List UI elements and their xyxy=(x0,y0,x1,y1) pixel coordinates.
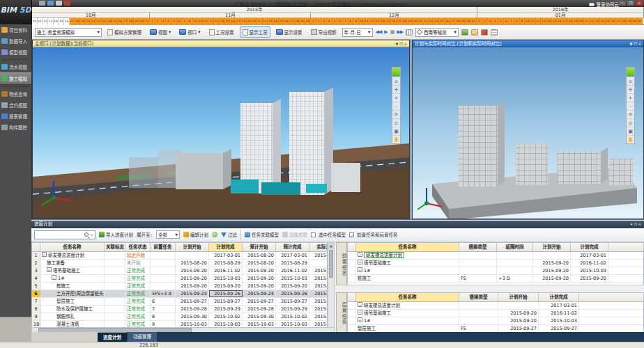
timeline-day-cell[interactable]: 23 xyxy=(268,18,273,25)
task-name-editor[interactable]: 研发楼总进度计划 xyxy=(364,252,404,258)
vertical-scrollbar[interactable]: ▲ xyxy=(328,242,335,337)
timeline-day-cell[interactable]: 24 xyxy=(107,18,113,25)
timeline-day-cell[interactable]: 23 xyxy=(102,18,107,25)
viewport-tool-icon[interactable]: ✋ xyxy=(627,135,634,143)
minimize-button[interactable]: ─ xyxy=(619,1,626,6)
timeline-day-cell[interactable]: 5 xyxy=(332,18,338,25)
column-header[interactable]: 计划完成 xyxy=(209,243,243,251)
task-row[interactable]: −研发楼总进度计划2017-03-01 xyxy=(348,252,643,260)
timeline-day-cell[interactable]: 14 xyxy=(54,18,59,25)
task-table[interactable]: 任务名称关联标志任务状态前置任务计划开始计划完成预计开始预计完成实际开始1−研发… xyxy=(31,242,328,337)
task-row[interactable]: 1−研发楼总进度计划延迟开始2017-03-012015-08-202017-0… xyxy=(32,252,327,260)
sidebar-item-flow-view[interactable]: 流水视图 xyxy=(0,61,31,72)
column-header[interactable]: 前置任务 xyxy=(151,243,176,251)
tab-inactive[interactable]: 动画管理 xyxy=(128,332,157,342)
scroll-up-icon[interactable]: ▲ xyxy=(328,243,334,249)
show-work-condition-button[interactable]: 显示工况 xyxy=(240,26,270,38)
timeline-day-row[interactable]: 1011121314151617181920212223242526272829… xyxy=(32,18,644,25)
flag-icon[interactable] xyxy=(64,1,70,6)
timeline-day-cell[interactable]: 22 xyxy=(263,18,268,25)
timeline-day-cell[interactable]: 14 xyxy=(220,18,225,25)
viewport-tool-icon[interactable]: ✛ xyxy=(627,85,634,93)
measure-bar-icon[interactable] xyxy=(471,29,478,35)
timeline-day-cell[interactable]: 15 xyxy=(552,18,558,25)
menu-icon[interactable] xyxy=(39,1,45,6)
float-icon[interactable]: ❐ xyxy=(634,40,636,47)
viewport-tool-icon[interactable]: ▣ xyxy=(392,127,400,135)
timeline-day-cell[interactable]: 12 xyxy=(369,18,375,25)
collapse-icon[interactable]: − xyxy=(52,275,56,280)
timeline-day-cell[interactable]: 30 xyxy=(466,18,472,25)
timeline-day-cell[interactable]: 29 xyxy=(627,18,632,25)
pin-icon[interactable]: ▾ xyxy=(631,221,633,228)
timeline-day-cell[interactable]: 26 xyxy=(118,18,123,25)
timeline-day-cell[interactable]: 3 xyxy=(487,18,493,25)
viewport-tool-icon[interactable]: ⌂ xyxy=(392,77,400,85)
column-header[interactable]: 计划完成 xyxy=(571,243,608,251)
timeline-day-cell[interactable]: 19 xyxy=(407,18,413,25)
successor-table[interactable]: 任务名称搭接类型计划开始计划完成−研发楼总进度计划2017-03-01−塔吊基础… xyxy=(347,292,644,333)
task-row[interactable]: 5桩施工正常完成2015-09-202015-09-202015-09-2020… xyxy=(32,283,327,290)
pin-icon[interactable]: ▼ xyxy=(395,40,398,47)
collapse-icon[interactable]: − xyxy=(47,267,52,272)
timeline-day-cell[interactable]: 26 xyxy=(611,18,616,25)
timeline-day-cell[interactable]: 9 xyxy=(193,18,199,25)
collapse-icon[interactable]: − xyxy=(42,252,47,257)
timeline-day-cell[interactable]: 5 xyxy=(171,18,177,25)
timeline-day-cell[interactable]: 1 xyxy=(311,18,316,25)
collapse-icon[interactable]: − xyxy=(358,252,362,257)
viewport-tool-strip[interactable]: ⌂✛+-⟳◎▣✋ xyxy=(626,67,635,144)
sidebar-item-component-track[interactable]: 构件跟踪 xyxy=(0,122,31,133)
collapse-icon[interactable]: − xyxy=(358,260,362,264)
timeline-day-cell[interactable]: 25 xyxy=(112,18,118,25)
timeline-day-cell[interactable]: 22 xyxy=(423,18,429,25)
column-header[interactable] xyxy=(32,243,40,251)
task-row[interactable]: −1#2015-09-202015-10-03 xyxy=(348,317,643,325)
viewport-tool-icon[interactable]: ▣ xyxy=(627,127,634,135)
date-granularity-combo[interactable]: 年-月-日▼ xyxy=(342,28,373,37)
timeline-day-cell[interactable]: 11 xyxy=(365,18,370,25)
timeline-day-cell[interactable]: 30 xyxy=(632,18,638,25)
main-3d-scene[interactable]: ⌂✛+-⟳◎▣✋ xyxy=(33,47,409,219)
viewport-tool-icon[interactable]: ✛ xyxy=(392,85,400,93)
column-header[interactable]: 任务名称 xyxy=(356,293,459,301)
timeline-day-cell[interactable]: 1 xyxy=(150,18,155,25)
timeline-day-cell[interactable]: 31 xyxy=(144,18,150,25)
timeline-day-cell[interactable]: 18 xyxy=(568,18,574,25)
save-icon[interactable] xyxy=(47,1,54,6)
column-header[interactable]: 关联标志 xyxy=(105,243,125,251)
viewport-tool-icon[interactable]: + xyxy=(392,93,400,102)
timeline-day-cell[interactable]: 16 xyxy=(391,18,397,25)
timeline-day-cell[interactable]: 28 xyxy=(455,18,461,25)
task-search-input[interactable] xyxy=(35,232,84,237)
timeline-day-cell[interactable]: 29 xyxy=(461,18,466,25)
timeline-day-cell[interactable]: 2 xyxy=(316,18,321,25)
close-icon[interactable]: × xyxy=(404,40,407,47)
column-header[interactable] xyxy=(348,293,356,301)
timeline-day-cell[interactable]: 26 xyxy=(445,18,450,25)
timeline-day-cell[interactable]: 13 xyxy=(375,18,381,25)
timeline-day-cell[interactable]: 16 xyxy=(557,18,562,25)
sidebar-item-model-view[interactable]: 模型视图 xyxy=(0,47,31,58)
timeline-day-cell[interactable]: 2 xyxy=(482,18,488,25)
task-row[interactable]: −塔吊基础施工2015-09-202016-11-02 xyxy=(348,310,643,317)
column-header[interactable]: 计划开始 xyxy=(533,243,571,251)
rewind-button[interactable]: ◀◀ xyxy=(376,29,382,35)
collapse-icon[interactable]: − xyxy=(358,317,362,322)
column-header[interactable]: 任务名称 xyxy=(356,243,459,251)
viewport-tool-icon[interactable]: - xyxy=(627,102,634,110)
timeline-day-cell[interactable]: 18 xyxy=(401,18,407,25)
sidebar-item-report-manage[interactable]: 报表管理 xyxy=(0,111,31,122)
timeline-day-cell[interactable]: 7 xyxy=(343,18,348,25)
viewport-tool-icon[interactable]: ◎ xyxy=(627,118,634,127)
main-viewport[interactable]: 主视口-[计划数据](当前视口) ▼❐× xyxy=(32,40,410,219)
clear-search-icon[interactable]: × xyxy=(90,232,93,237)
timeline-day-cell[interactable]: 19 xyxy=(80,18,86,25)
task-row[interactable]: 3−塔吊基础施工正常完成2015-09-202016-11-022015-09-… xyxy=(32,267,327,275)
column-header[interactable]: 预计完成 xyxy=(276,243,309,251)
sphere-icon[interactable] xyxy=(212,232,217,237)
timeline-day-cell[interactable]: 19 xyxy=(573,18,578,25)
timeline-day-cell[interactable]: 10 xyxy=(359,18,365,25)
collapse-icon[interactable]: − xyxy=(358,310,362,315)
timeline-day-cell[interactable]: 11 xyxy=(38,18,43,25)
